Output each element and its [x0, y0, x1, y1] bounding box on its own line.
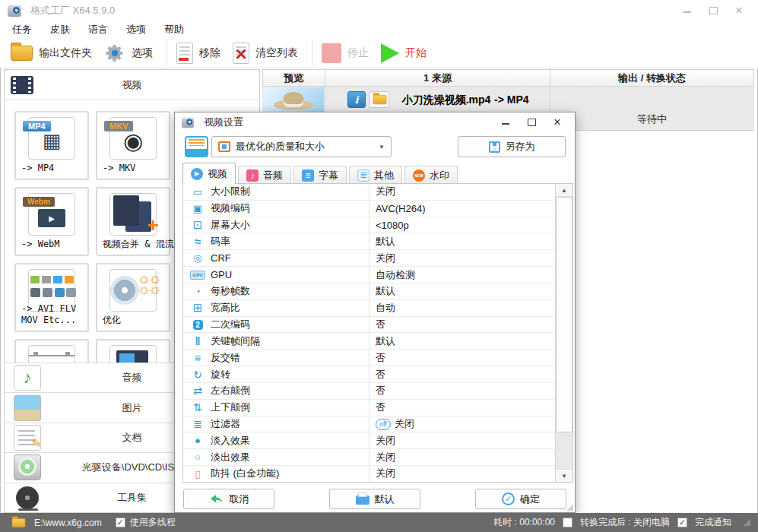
options-button[interactable]: 选项	[104, 43, 153, 64]
setting-row[interactable]: GPU 自动检测	[183, 267, 555, 283]
ok-label: 确定	[520, 492, 540, 506]
dialog-tab[interactable]: 视频	[182, 163, 236, 184]
tab-audio-icon	[246, 169, 258, 182]
filter-icon	[190, 418, 205, 430]
media-info-button[interactable]: i	[347, 91, 366, 108]
setting-value[interactable]: 自动	[369, 301, 555, 315]
setting-value[interactable]: 否	[369, 368, 555, 382]
column-output-status[interactable]: 输出 / 转换状态	[550, 70, 753, 86]
setting-value[interactable]: 默认	[369, 334, 555, 348]
multithread-checkbox[interactable]	[116, 518, 125, 527]
format-card[interactable]: -> WebM	[14, 187, 89, 256]
setting-value[interactable]: 自动检测	[369, 268, 555, 282]
preset-dropdown[interactable]: 最优化的质量和大小 ▼	[211, 136, 392, 157]
default-button[interactable]: 默认	[329, 489, 420, 509]
dialog-tab[interactable]: 音频	[238, 166, 291, 184]
stop-button[interactable]: 停止	[322, 43, 369, 63]
menu-item[interactable]: 皮肤	[50, 23, 70, 36]
setting-row[interactable]: 防抖 (白金功能) 关闭	[183, 466, 555, 482]
shutdown-checkbox[interactable]	[563, 518, 572, 527]
output-folder-button[interactable]: 输出文件夹	[11, 46, 92, 61]
setting-value[interactable]: <1080p	[369, 220, 555, 231]
setting-value[interactable]: 默认	[369, 235, 555, 249]
setting-row[interactable]: 上下颠倒 否	[183, 400, 555, 416]
dialog-resize-grip[interactable]	[566, 504, 573, 511]
dialog-tab[interactable]: 其他	[349, 166, 402, 184]
setting-row[interactable]: 视频编码 AVC(H264)	[183, 201, 555, 217]
dialog-title: 视频设置	[204, 116, 243, 129]
scroll-down-icon[interactable]: ▼	[556, 469, 572, 482]
setting-row[interactable]: 淡出效果 关闭	[183, 449, 555, 466]
gpu-icon	[190, 271, 205, 280]
save-as-button[interactable]: 另存为	[458, 136, 566, 157]
menu-item[interactable]: 语言	[88, 23, 108, 36]
setting-row[interactable]: CRF 关闭	[183, 250, 555, 267]
format-card[interactable]: 优化	[96, 263, 170, 332]
dialog-tab[interactable]: 字幕	[293, 166, 347, 184]
output-folder-label: 输出文件夹	[39, 46, 92, 60]
setting-value[interactable]: 否	[369, 401, 555, 414]
gear-icon	[104, 43, 125, 64]
format-card[interactable]: -> MKV	[96, 111, 170, 180]
setting-value[interactable]: 否	[369, 384, 555, 397]
menu-item[interactable]: 任务	[12, 23, 32, 36]
notify-checkbox[interactable]	[677, 518, 687, 527]
clear-list-button[interactable]: 清空列表	[233, 43, 298, 64]
menu-item[interactable]: 帮助	[164, 23, 184, 36]
close-icon[interactable]	[734, 5, 744, 16]
dialog-tab[interactable]: 水印	[404, 166, 458, 184]
format-card[interactable]: -> MP4	[14, 111, 89, 180]
setting-value[interactable]: 关闭	[369, 185, 555, 198]
scrollbar-thumb[interactable]	[556, 197, 572, 432]
column-preview[interactable]: 预览	[263, 70, 325, 86]
remove-button[interactable]: 移除	[176, 43, 220, 64]
scroll-up-icon[interactable]: ▲	[556, 184, 572, 197]
setting-value[interactable]: 关闭	[369, 467, 555, 480]
setting-value[interactable]: 否	[369, 318, 555, 331]
shutdown-label: 转换完成后 : 关闭电脑	[580, 516, 670, 529]
open-output-folder-button[interactable]	[369, 91, 389, 108]
scrollbar[interactable]: ▲ ▼	[555, 184, 572, 482]
cancel-button[interactable]: 取消	[183, 489, 274, 509]
column-source[interactable]: 1 来源	[325, 70, 550, 86]
start-button[interactable]: 开始	[381, 43, 427, 63]
window-resize-grip[interactable]	[744, 519, 750, 526]
setting-row[interactable]: 码率 默认	[183, 233, 555, 250]
chevron-down-icon: ▼	[379, 144, 385, 150]
format-card[interactable]: 视频合并 & 混流	[96, 187, 170, 256]
setting-row[interactable]: 宽高比 自动	[183, 300, 555, 317]
setting-value[interactable]: AVC(H264)	[369, 203, 555, 214]
dialog-maximize-icon[interactable]	[526, 117, 537, 128]
video-preview-thumbnail[interactable]	[263, 87, 324, 112]
setting-row[interactable]: 屏幕大小 <1080p	[183, 217, 555, 234]
setting-value[interactable]: 否	[369, 351, 555, 365]
setting-value[interactable]: 关闭	[369, 252, 555, 265]
sidebar-section-video[interactable]: 视频	[5, 70, 259, 100]
dialog-minimize-icon[interactable]	[500, 117, 511, 128]
setting-row[interactable]: 左右颠倒 否	[183, 383, 555, 400]
minimize-icon[interactable]	[682, 5, 693, 16]
setting-row[interactable]: 过滤器 off 关闭	[183, 416, 555, 433]
setting-value[interactable]: off 关闭	[369, 417, 555, 431]
folder-icon	[11, 46, 33, 61]
setting-row[interactable]: 大小限制 关闭	[183, 184, 555, 201]
setting-row[interactable]: 淡入效果 关闭	[183, 432, 555, 449]
setting-row[interactable]: 关键帧间隔 默认	[183, 333, 555, 350]
ok-button[interactable]: 确定	[475, 489, 566, 509]
menu-item[interactable]: 选项	[126, 23, 146, 36]
format-factory-window: 格式工厂 X64 5.9.0 任务 皮肤 语言 选项 帮助 输出文件夹 选项 移…	[0, 0, 758, 532]
merge-icon	[109, 193, 157, 236]
multithread-option[interactable]: 使用多线程	[116, 516, 176, 529]
setting-row[interactable]: 反交错 否	[183, 350, 555, 366]
setting-value[interactable]: 关闭	[369, 434, 555, 448]
format-card[interactable]: -> AVI FLV MOV Etc...	[14, 263, 89, 332]
dialog-close-icon[interactable]	[552, 117, 563, 128]
output-path-item[interactable]: E:\www.x6g.com	[8, 515, 102, 530]
scrollbar-track[interactable]	[556, 432, 572, 469]
maximize-icon[interactable]	[708, 5, 718, 16]
setting-value[interactable]: 关闭	[369, 451, 555, 464]
setting-row[interactable]: 旋转 否	[183, 366, 555, 383]
setting-row[interactable]: 二次编码 否	[183, 317, 555, 334]
setting-row[interactable]: 每秒帧数 默认	[183, 283, 555, 300]
setting-value[interactable]: 默认	[369, 284, 555, 298]
